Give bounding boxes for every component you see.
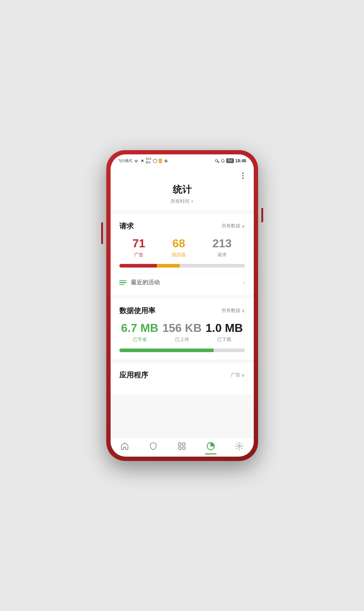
requests-card: 请求 所有数据 ∨ 71 广告 68 跟踪器: [111, 214, 254, 295]
svg-rect-4: [183, 447, 185, 449]
gear-nav-icon: [235, 441, 244, 451]
plane-icon: [140, 159, 145, 163]
time-filter-chevron: ∨: [191, 199, 193, 203]
trackers-progress: [157, 264, 180, 268]
power-button: [101, 222, 103, 244]
bottom-navigation: [111, 437, 254, 457]
requests-section-header: 请求 所有数据 ∨: [119, 221, 245, 231]
svg-rect-3: [179, 447, 181, 449]
page-title: 统计: [119, 183, 245, 196]
nav-apps[interactable]: [177, 441, 187, 451]
ads-value: 71: [132, 237, 145, 250]
downloaded-value: 1.0 MB: [206, 321, 243, 335]
saved-progress: [119, 349, 214, 352]
data-usage-card: 数据使用率 所有数据 ∨ 6.7 MB 已节省 156 KB 已上传: [111, 299, 254, 359]
requests-stats-row: 71 广告 68 跟踪器 213 请求: [119, 237, 245, 258]
phone-frame: 飞行模式 613B/s !: [106, 150, 258, 461]
shield-status-icon: [153, 159, 157, 163]
ads-progress: [119, 264, 157, 268]
svg-point-0: [215, 159, 218, 162]
flight-mode-text: 飞行模式: [118, 158, 132, 163]
data-usage-stats-row: 6.7 MB 已节省 156 KB 已上传 1.0 MB 已下载: [119, 321, 245, 343]
trackers-stat: 68 跟踪器: [172, 237, 186, 258]
weather-icon: [163, 159, 168, 163]
uploaded-label: 已上传: [175, 336, 189, 343]
warning-icon: !: [159, 159, 162, 163]
speed-text: 613B/s: [146, 157, 151, 164]
phone-screen: 飞行模式 613B/s !: [111, 154, 254, 457]
svg-rect-2: [183, 443, 185, 445]
activity-chevron: ›: [243, 279, 245, 286]
downloaded-label: 已下载: [217, 336, 231, 343]
requests-label: 请求: [217, 252, 227, 258]
svg-point-6: [238, 445, 240, 447]
trackers-label: 跟踪器: [172, 252, 186, 258]
requests-filter-button[interactable]: 所有数据 ∨: [222, 223, 245, 229]
grid-nav-icon: [177, 441, 187, 451]
header-section: 统计 所有时间 ∨: [111, 166, 254, 210]
ads-label: 广告: [134, 252, 144, 258]
trackers-value: 68: [172, 237, 185, 250]
data-usage-progress-bar: [119, 349, 245, 352]
apps-filter-chevron: ∨: [241, 372, 245, 378]
downloaded-stat: 1.0 MB 已下载: [206, 321, 243, 343]
time-filter-button[interactable]: 所有时间 ∨: [119, 198, 245, 205]
activity-label: 最近的活动: [131, 279, 160, 286]
requests-progress-bar: [119, 264, 245, 268]
nav-home[interactable]: [120, 441, 129, 451]
activity-left: 最近的活动: [119, 279, 160, 286]
wifi-icon: [134, 159, 139, 163]
nav-active-bar: [205, 453, 217, 454]
main-content: 统计 所有时间 ∨ 请求 所有数据 ∨ 71: [111, 166, 254, 437]
apps-title: 应用程序: [119, 370, 148, 380]
requests-stat: 213 请求: [212, 237, 231, 258]
status-left: 飞行模式 613B/s !: [118, 157, 168, 164]
saved-value: 6.7 MB: [121, 321, 158, 335]
pie-nav-icon: [206, 441, 215, 451]
requests-title: 请求: [119, 221, 134, 231]
status-bar: 飞行模式 613B/s !: [111, 154, 254, 166]
key-icon: [215, 159, 219, 163]
nav-stats[interactable]: [206, 441, 215, 451]
battery-text: 5H: [226, 158, 234, 163]
more-options-button[interactable]: [241, 171, 245, 180]
requests-value: 213: [212, 237, 231, 250]
data-usage-section-header: 数据使用率 所有数据 ∨: [119, 306, 245, 316]
home-icon: [120, 441, 129, 451]
svg-rect-1: [179, 443, 181, 445]
menu-row: [119, 170, 245, 183]
apps-card: 应用程序 广告 ∨: [111, 363, 254, 394]
status-right: 5H 18:46: [215, 158, 247, 163]
activity-row[interactable]: 最近的活动 ›: [119, 273, 245, 288]
time-display: 18:46: [235, 158, 247, 163]
requests-filter-chevron: ∨: [241, 223, 245, 229]
volume-button: [261, 208, 263, 222]
ads-stat: 71 广告: [132, 237, 145, 258]
uploaded-value: 156 KB: [162, 321, 202, 335]
activity-lines-icon: [119, 280, 127, 285]
bell-icon: [221, 159, 225, 163]
nav-shield[interactable]: [149, 441, 158, 451]
shield-nav-icon: [149, 441, 158, 451]
data-usage-title: 数据使用率: [119, 306, 155, 316]
data-usage-filter-button[interactable]: 所有数据 ∨: [222, 307, 245, 314]
apps-section-header: 应用程序 广告 ∨: [119, 370, 245, 380]
apps-filter-button[interactable]: 广告 ∨: [231, 372, 245, 378]
saved-stat: 6.7 MB 已节省: [121, 321, 158, 343]
nav-settings[interactable]: [235, 441, 244, 451]
saved-label: 已节省: [133, 336, 147, 343]
data-usage-filter-chevron: ∨: [241, 308, 245, 313]
uploaded-stat: 156 KB 已上传: [162, 321, 202, 343]
